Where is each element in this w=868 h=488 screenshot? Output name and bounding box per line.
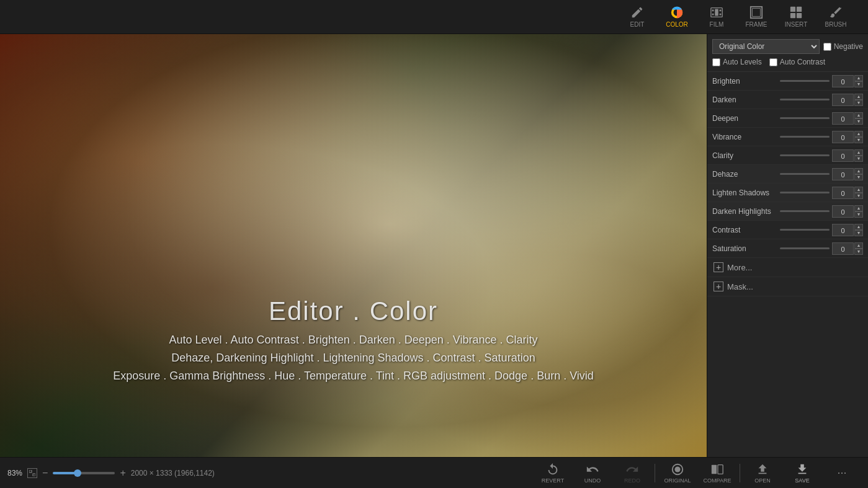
auto-levels-checkbox[interactable] xyxy=(712,58,720,66)
slider-down-6[interactable]: ▼ xyxy=(854,193,863,199)
slider-up-4[interactable]: ▲ xyxy=(854,149,863,156)
slider-track-3[interactable] xyxy=(780,136,830,138)
auto-contrast-group: Auto Contrast xyxy=(769,58,825,66)
right-panel: Original Color Negative Auto Levels Auto… xyxy=(707,34,868,457)
slider-row-darken-highlights: Darken Highlights0▲▼ xyxy=(707,202,868,221)
separator2 xyxy=(740,464,740,482)
slider-up-9[interactable]: ▲ xyxy=(854,242,863,249)
slider-value-8[interactable]: 0 xyxy=(832,224,854,236)
compare-button[interactable]: COMPARE xyxy=(699,458,736,489)
slider-down-2[interactable]: ▼ xyxy=(854,118,863,125)
slider-down-4[interactable]: ▼ xyxy=(854,156,863,162)
zoom-slider[interactable] xyxy=(53,472,115,474)
svg-rect-11 xyxy=(797,7,802,12)
slider-up-1[interactable]: ▲ xyxy=(854,94,863,100)
slider-up-6[interactable]: ▲ xyxy=(854,187,863,193)
slider-track-6[interactable] xyxy=(780,192,830,193)
zoom-percent: 83% xyxy=(7,469,22,477)
slider-up-8[interactable]: ▲ xyxy=(854,224,863,230)
slider-value-5[interactable]: 0 xyxy=(832,168,854,180)
slider-label-4: Clarity xyxy=(712,151,777,160)
slider-value-9[interactable]: 0 xyxy=(832,242,854,255)
slider-down-1[interactable]: ▼ xyxy=(854,100,863,106)
slider-row-darken: Darken0▲▼ xyxy=(707,91,868,109)
redo-button[interactable]: REDO xyxy=(614,458,651,489)
slider-up-3[interactable]: ▲ xyxy=(854,131,863,137)
slider-label-0: Brighten xyxy=(712,77,777,86)
slider-up-7[interactable]: ▲ xyxy=(854,205,863,211)
slider-value-3[interactable]: 0 xyxy=(832,131,854,143)
original-button[interactable]: ORIGINAL xyxy=(659,458,696,489)
mask-button[interactable]: + Mask... xyxy=(707,277,868,296)
slider-down-7[interactable]: ▼ xyxy=(854,211,863,218)
slider-row-deepen: Deepen0▲▼ xyxy=(707,109,868,128)
slider-track-1[interactable] xyxy=(780,99,830,100)
more-label: More... xyxy=(727,263,752,272)
open-button[interactable]: OPEN xyxy=(744,458,781,489)
slider-label-6: Lighten Shadows xyxy=(712,189,777,197)
save-button[interactable]: SAVE xyxy=(784,458,821,489)
tool-color[interactable]: COLOR xyxy=(657,0,697,34)
revert-button[interactable]: REVERT xyxy=(534,458,571,489)
more-options-icon: ··· xyxy=(837,466,846,479)
undo-button[interactable]: UNDO xyxy=(574,458,611,489)
svg-rect-6 xyxy=(720,14,722,16)
svg-rect-18 xyxy=(712,464,717,474)
main-area: Editor . Color Auto Level . Auto Contras… xyxy=(0,34,868,457)
undo-label: UNDO xyxy=(584,477,601,484)
slider-up-5[interactable]: ▲ xyxy=(854,168,863,174)
slider-track-2[interactable] xyxy=(780,117,830,119)
bottom-right: REVERT UNDO REDO ORIGINAL COMPARE OPEN S… xyxy=(534,458,861,489)
more-options-button[interactable]: ··· xyxy=(823,458,861,489)
slider-value-1[interactable]: 0 xyxy=(832,94,854,106)
top-toolbar: EDIT COLOR FILM FRAME INSERT BRUSH xyxy=(0,0,868,34)
redo-label: REDO xyxy=(624,477,640,484)
slider-value-6[interactable]: 0 xyxy=(832,187,854,199)
slider-row-dehaze: Dehaze0▲▼ xyxy=(707,165,868,184)
slider-down-8[interactable]: ▼ xyxy=(854,230,863,236)
compare-label: COMPARE xyxy=(704,477,732,484)
slider-value-0[interactable]: 0 xyxy=(832,75,854,87)
tool-frame[interactable]: FRAME xyxy=(736,0,776,34)
svg-rect-19 xyxy=(718,464,723,474)
color-preset-dropdown[interactable]: Original Color xyxy=(712,39,820,54)
slider-track-5[interactable] xyxy=(780,173,830,175)
slider-up-2[interactable]: ▲ xyxy=(854,112,863,118)
slider-row-brighten: Brighten0▲▼ xyxy=(707,72,868,91)
tool-edit[interactable]: EDIT xyxy=(617,0,657,34)
slider-down-3[interactable]: ▼ xyxy=(854,137,863,143)
slider-label-2: Deepen xyxy=(712,114,777,123)
svg-rect-3 xyxy=(712,9,714,11)
zoom-in-button[interactable]: + xyxy=(120,468,125,479)
slider-label-8: Contrast xyxy=(712,226,777,234)
canvas-subtitle1: Auto Level . Auto Contrast . Brighten . … xyxy=(0,334,707,347)
svg-rect-12 xyxy=(790,13,795,18)
slider-row-clarity: Clarity0▲▼ xyxy=(707,146,868,165)
auto-contrast-checkbox[interactable] xyxy=(769,58,777,66)
tool-film[interactable]: FILM xyxy=(697,0,736,34)
slider-up-0[interactable]: ▲ xyxy=(854,75,863,81)
more-button[interactable]: + More... xyxy=(707,258,868,277)
svg-rect-15 xyxy=(33,474,35,476)
slider-track-9[interactable] xyxy=(780,247,830,249)
fit-button[interactable] xyxy=(27,468,37,478)
slider-down-0[interactable]: ▼ xyxy=(854,81,863,87)
canvas-title: Editor . Color xyxy=(0,296,707,326)
slider-track-4[interactable] xyxy=(780,154,830,156)
slider-down-5[interactable]: ▼ xyxy=(854,174,863,180)
slider-value-2[interactable]: 0 xyxy=(832,112,854,125)
slider-track-7[interactable] xyxy=(780,210,830,212)
tool-insert[interactable]: INSERT xyxy=(776,0,816,34)
slider-value-7[interactable]: 0 xyxy=(832,205,854,218)
slider-value-4[interactable]: 0 xyxy=(832,149,854,162)
more-plus-icon: + xyxy=(714,262,723,272)
svg-point-17 xyxy=(674,466,680,472)
slider-track-0[interactable] xyxy=(780,80,830,82)
slider-down-9[interactable]: ▼ xyxy=(854,249,863,255)
slider-track-8[interactable] xyxy=(780,229,830,231)
zoom-out-button[interactable]: − xyxy=(42,468,48,479)
negative-checkbox[interactable] xyxy=(823,43,831,51)
svg-rect-14 xyxy=(29,470,32,472)
tool-brush[interactable]: BRUSH xyxy=(816,0,856,34)
canvas-overlay: Editor . Color Auto Level . Auto Contras… xyxy=(0,296,707,383)
